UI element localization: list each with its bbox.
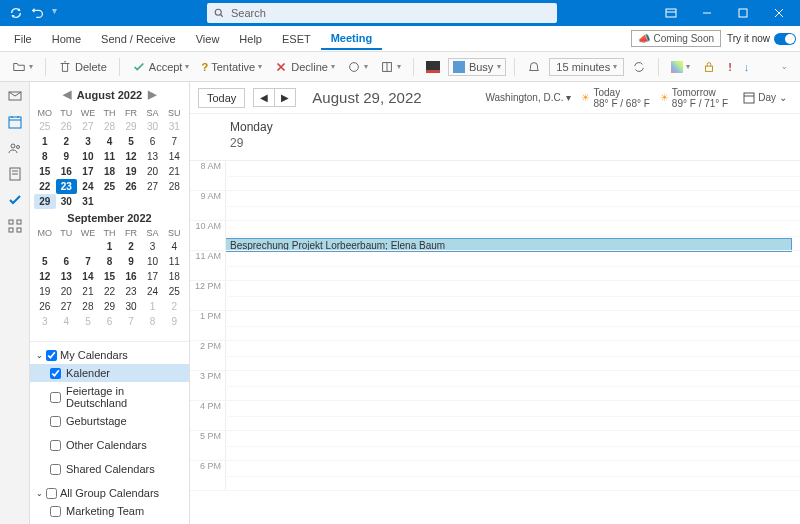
- maximize-button[interactable]: [726, 0, 760, 26]
- menu-view[interactable]: View: [186, 29, 230, 49]
- menu-home[interactable]: Home: [42, 29, 91, 49]
- mini-cal-day[interactable]: 6: [142, 134, 164, 149]
- mini-cal-day[interactable]: [77, 239, 99, 254]
- hour-cell[interactable]: [225, 401, 800, 430]
- other-calendars[interactable]: Other Calendars: [30, 436, 189, 454]
- hour-cell[interactable]: [225, 431, 800, 460]
- mini-cal-day[interactable]: 28: [163, 179, 185, 194]
- notes-button[interactable]: ▾: [376, 58, 405, 76]
- mini-cal-day[interactable]: 27: [56, 299, 78, 314]
- mini-cal-day[interactable]: 1: [99, 239, 121, 254]
- mini-cal-day[interactable]: 14: [163, 149, 185, 164]
- mini-cal-day[interactable]: 22: [34, 179, 56, 194]
- menu-file[interactable]: File: [4, 29, 42, 49]
- today-button[interactable]: Today: [198, 88, 245, 108]
- tentative-button[interactable]: ?Tentative▾: [197, 59, 266, 75]
- mini-cal-day[interactable]: 25: [163, 284, 185, 299]
- undo-icon[interactable]: [30, 5, 46, 21]
- mini-cal-day[interactable]: 25: [99, 179, 121, 194]
- mini-cal-day[interactable]: 5: [77, 314, 99, 329]
- show-as-dropdown[interactable]: Busy▾: [448, 58, 506, 76]
- mini-cal-day[interactable]: [120, 194, 142, 209]
- importance-high-button[interactable]: !: [724, 59, 736, 75]
- mini-cal-day[interactable]: 30: [120, 299, 142, 314]
- mini-cal-day[interactable]: 30: [56, 194, 78, 209]
- mini-cal-day[interactable]: 4: [99, 134, 121, 149]
- hour-cell[interactable]: [225, 281, 800, 310]
- mini-cal-day[interactable]: 26: [56, 119, 78, 134]
- mini-cal-day[interactable]: 4: [56, 314, 78, 329]
- mini-cal-day[interactable]: 21: [163, 164, 185, 179]
- mini-cal-day[interactable]: 7: [77, 254, 99, 269]
- mini-cal-day[interactable]: 23: [56, 179, 78, 194]
- mini-calendar-september[interactable]: MOTUWETHFRSASU12345678910111213141516171…: [30, 227, 189, 329]
- mini-cal-day[interactable]: 31: [163, 119, 185, 134]
- menu-meeting[interactable]: Meeting: [321, 28, 383, 50]
- mini-cal-day[interactable]: 28: [99, 119, 121, 134]
- mini-cal-day[interactable]: 13: [142, 149, 164, 164]
- hour-cell[interactable]: [225, 341, 800, 370]
- mini-cal-day[interactable]: 27: [142, 179, 164, 194]
- tasks-icon[interactable]: [7, 192, 23, 208]
- mini-cal-day[interactable]: 20: [142, 164, 164, 179]
- mini-cal-day[interactable]: 16: [120, 269, 142, 284]
- calendar-feiertage[interactable]: Feiertage in Deutschland: [30, 382, 189, 412]
- private-button[interactable]: [698, 58, 720, 76]
- mini-cal-day[interactable]: 13: [56, 269, 78, 284]
- shared-calendars[interactable]: Shared Calendars: [30, 460, 189, 478]
- mini-cal-day[interactable]: 31: [77, 194, 99, 209]
- mini-cal-day[interactable]: 8: [99, 254, 121, 269]
- mini-cal-day[interactable]: 5: [120, 134, 142, 149]
- mini-cal-day[interactable]: 22: [99, 284, 121, 299]
- mini-cal-day[interactable]: 16: [56, 164, 78, 179]
- mini-cal-day[interactable]: 27: [77, 119, 99, 134]
- ribbon-options[interactable]: ⌄: [777, 60, 792, 73]
- menu-eset[interactable]: ESET: [272, 29, 321, 49]
- mini-cal-day[interactable]: 26: [120, 179, 142, 194]
- mini-cal-day[interactable]: [34, 239, 56, 254]
- calendar-geburtstage[interactable]: Geburtstage: [30, 412, 189, 430]
- mini-cal-day[interactable]: [142, 194, 164, 209]
- mini-cal-day[interactable]: 9: [120, 254, 142, 269]
- calendar-marketing[interactable]: Marketing Team: [30, 502, 189, 520]
- hour-cell[interactable]: [225, 161, 800, 190]
- mini-cal-day[interactable]: 14: [77, 269, 99, 284]
- mini-cal-day[interactable]: 3: [34, 314, 56, 329]
- mini-cal-day[interactable]: 17: [77, 164, 99, 179]
- mini-cal-day[interactable]: 9: [56, 149, 78, 164]
- mini-cal-day[interactable]: 29: [34, 194, 56, 209]
- mini-cal-day[interactable]: 10: [142, 254, 164, 269]
- all-group-calendars[interactable]: ⌄All Group Calendars: [30, 484, 189, 502]
- notes-icon[interactable]: [7, 166, 23, 182]
- prev-month-button[interactable]: ◀: [63, 88, 71, 101]
- mini-cal-day[interactable]: 19: [34, 284, 56, 299]
- mini-cal-day[interactable]: 11: [99, 149, 121, 164]
- mini-cal-day[interactable]: [99, 194, 121, 209]
- mini-cal-day[interactable]: 24: [77, 179, 99, 194]
- mini-cal-day[interactable]: 4: [163, 239, 185, 254]
- mini-cal-day[interactable]: 28: [77, 299, 99, 314]
- recurrence-button[interactable]: [628, 58, 650, 76]
- more-icon[interactable]: [7, 218, 23, 234]
- mini-cal-day[interactable]: 2: [120, 239, 142, 254]
- respond-button[interactable]: ▾: [343, 58, 372, 76]
- hour-cell[interactable]: [225, 191, 800, 220]
- mini-cal-day[interactable]: 2: [163, 299, 185, 314]
- mini-cal-day[interactable]: [163, 194, 185, 209]
- mini-cal-day[interactable]: 9: [163, 314, 185, 329]
- mini-cal-day[interactable]: 12: [34, 269, 56, 284]
- sync-icon[interactable]: [8, 5, 24, 21]
- mini-calendar-august[interactable]: MOTUWETHFRSASU25262728293031123456789101…: [30, 107, 189, 209]
- close-button[interactable]: [762, 0, 796, 26]
- mini-cal-day[interactable]: 2: [56, 134, 78, 149]
- mini-cal-day[interactable]: 6: [56, 254, 78, 269]
- mini-cal-day[interactable]: 30: [142, 119, 164, 134]
- mini-cal-day[interactable]: 17: [142, 269, 164, 284]
- mini-cal-day[interactable]: 29: [99, 299, 121, 314]
- mini-cal-day[interactable]: 23: [120, 284, 142, 299]
- view-dropdown[interactable]: Day⌄: [738, 89, 792, 107]
- next-day-button[interactable]: ▶: [275, 89, 295, 106]
- mini-cal-day[interactable]: 8: [34, 149, 56, 164]
- mini-cal-day[interactable]: 1: [142, 299, 164, 314]
- calendar-icon[interactable]: [7, 114, 23, 130]
